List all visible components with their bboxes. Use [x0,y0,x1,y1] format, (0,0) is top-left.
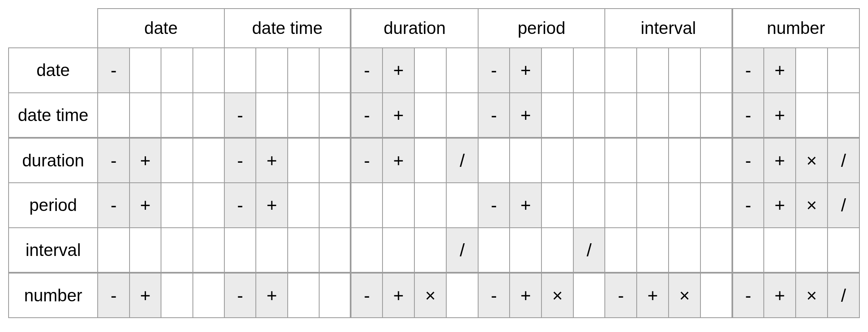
op-cell-empty [828,93,859,138]
op-cell-empty [288,273,319,318]
op-cell-+: + [764,138,796,183]
op-cell-empty [383,228,414,273]
op-cell-empty [637,93,669,138]
op-cell--: - [351,48,383,93]
op-cell-empty [605,93,637,138]
op-cell-+: + [510,183,541,228]
op-cell-empty [573,273,605,318]
op-cell-empty [351,228,383,273]
op-cell-empty [828,48,859,93]
op-cell-empty [319,93,351,138]
op-cell-empty [288,138,319,183]
op-cell-empty [605,48,637,93]
op-cell-empty [288,48,319,93]
op-cell-empty [414,93,446,138]
op-cell-empty [796,93,828,138]
op-cell-empty [605,183,637,228]
row-header: number [9,273,98,318]
op-cell-empty [256,48,288,93]
op-cell--: - [478,93,510,138]
col-header: duration [351,9,478,48]
op-cell-empty [510,228,541,273]
op-cell-+: + [383,273,414,318]
op-cell-empty [288,228,319,273]
op-cell-+: + [383,48,414,93]
op-cell-/: / [573,228,605,273]
col-header: interval [605,9,732,48]
op-cell-×: × [796,183,828,228]
op-cell-empty [828,228,859,273]
op-cell-empty [193,138,224,183]
op-cell-×: × [796,138,828,183]
op-cell-empty [573,48,605,93]
op-cell-empty [414,228,446,273]
op-cell--: - [98,48,130,93]
op-cell-×: × [414,273,446,318]
op-cell-+: + [256,273,288,318]
op-cell-empty [161,93,192,138]
op-cell-empty [573,183,605,228]
op-cell-empty [383,183,414,228]
op-cell--: - [732,48,764,93]
op-cell-empty [510,138,541,183]
op-cell-×: × [796,273,828,318]
op-cell-empty [764,228,796,273]
op-cell-empty [319,138,351,183]
op-cell-/: / [828,138,859,183]
op-cell-+: + [764,183,796,228]
op-cell--: - [351,93,383,138]
op-cell-empty [161,48,192,93]
op-cell-empty [256,93,288,138]
op-cell-empty [446,48,478,93]
op-cell-+: + [510,93,541,138]
op-cell-+: + [130,273,161,318]
op-cell-empty [605,228,637,273]
op-cell-empty [193,183,224,228]
op-cell-empty [478,138,510,183]
op-cell-empty [414,138,446,183]
col-header: date [98,9,224,48]
op-cell-empty [669,138,700,183]
op-cell-/: / [446,228,478,273]
op-cell--: - [224,273,256,318]
op-cell--: - [351,138,383,183]
op-cell-empty [732,228,764,273]
op-cell-empty [573,93,605,138]
op-cell-×: × [541,273,573,318]
col-header: number [732,9,860,48]
arithmetic-compatibility-table: date date time duration period interval … [8,8,860,318]
op-cell-empty [541,228,573,273]
op-cell-empty [700,93,732,138]
op-cell-empty [669,93,700,138]
row-header: date time [9,93,98,138]
op-cell-empty [541,138,573,183]
op-cell-empty [637,48,669,93]
op-cell-empty [414,48,446,93]
op-cell-empty [193,48,224,93]
op-cell-empty [319,228,351,273]
op-cell-empty [98,228,130,273]
op-cell-+: + [256,183,288,228]
op-cell--: - [98,138,130,183]
op-cell-empty [130,93,161,138]
op-cell-empty [130,228,161,273]
col-header: period [478,9,605,48]
op-cell-empty [193,273,224,318]
op-cell-+: + [130,183,161,228]
op-cell-empty [541,48,573,93]
op-cell-empty [414,183,446,228]
op-cell-empty [669,48,700,93]
corner-blank [9,9,98,48]
op-cell-+: + [256,138,288,183]
op-cell-+: + [637,273,669,318]
op-cell-/: / [828,273,859,318]
op-cell--: - [98,183,130,228]
op-cell--: - [224,93,256,138]
op-cell--: - [732,93,764,138]
row-header: period [9,183,98,228]
op-cell-+: + [764,273,796,318]
op-cell-empty [319,48,351,93]
op-cell-+: + [130,138,161,183]
op-cell-/: / [828,183,859,228]
op-cell-empty [224,228,256,273]
